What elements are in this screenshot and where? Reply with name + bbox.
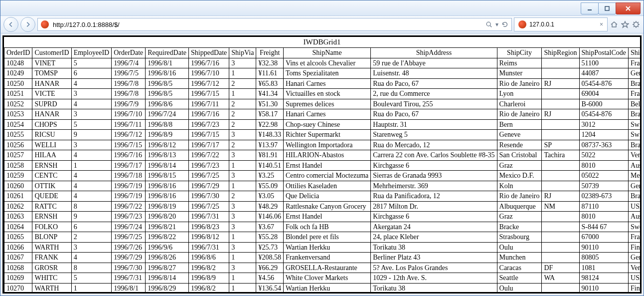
table-row[interactable]: 10269WHITC51996/7/311996/8/141996/8/91¥4… [4,273,641,284]
address-bar[interactable]: ▾ [37,18,512,31]
column-header[interactable]: RequiredDate [146,48,189,58]
table-row[interactable]: 10268GROSR81996/7/301996/8/271996/8/23¥6… [4,263,641,273]
table-cell: 1996/7/24 [112,222,146,232]
column-header[interactable]: ShipVia [229,48,256,58]
table-row[interactable]: 10267FRANK41996/7/291996/8/261996/8/61¥2… [4,253,641,263]
table-cell: 1996/8/8 [146,119,189,130]
table-cell: QUEDE [32,191,71,202]
tab-title: 127.0.0.1 [529,21,554,28]
table-row[interactable]: 10266WARTH31996/7/261996/9/61996/7/313¥2… [4,242,641,253]
tools-icon[interactable] [632,20,641,29]
minimize-button[interactable] [581,2,599,14]
table-row[interactable]: 10260OTTIK41996/7/191996/8/161996/7/291¥… [4,181,641,191]
table-row[interactable]: 10250HANAR41996/7/81996/8/51996/7/122¥65… [4,78,641,89]
table-cell: 1 [229,232,256,243]
table-row[interactable]: 10264FOLKO61996/7/241996/8/211996/8/233¥… [4,222,641,232]
close-button[interactable] [616,2,641,14]
table-cell: 1204 [579,130,628,140]
table-cell: ¥25.73 [256,242,284,253]
column-header[interactable]: ShipPostalCode [579,48,628,58]
table-row[interactable]: 10248VINET51996/7/41996/8/11996/7/163¥32… [4,58,641,68]
maximize-button[interactable] [598,2,616,14]
svg-point-7 [634,22,639,27]
url-input[interactable] [52,20,483,29]
column-header[interactable]: ShipCountry [629,48,640,58]
table-cell: Wartian Herkku [283,283,370,292]
table-row[interactable]: 10252SUPRD41996/7/91996/8/61996/7/112¥51… [4,99,641,109]
refresh-icon[interactable] [501,21,508,28]
table-cell: Que Delicia [283,191,370,202]
tab-close-icon[interactable]: × [600,21,603,28]
table-cell: 1996/8/12 [146,140,189,150]
table-cell: Bracke [497,222,542,232]
table-cell: Berliner Platz 43 [371,253,497,263]
table-cell: WELLI [32,140,71,150]
table-cell: 51100 [579,58,628,68]
table-cell: 4 [71,150,112,161]
table-cell: 1996/8/15 [146,171,189,181]
table-cell: 2 [229,119,256,130]
home-icon[interactable] [610,20,619,29]
column-header[interactable]: Freight [256,48,284,58]
table-cell: ¥81.91 [256,150,284,161]
table-cell [542,242,579,253]
table-row[interactable]: 10265BLONP21996/7/251996/8/221996/8/121¥… [4,232,641,243]
table-cell: USA [629,201,640,212]
column-header[interactable]: OrderDate [112,48,146,58]
favorites-icon[interactable] [621,20,630,29]
table-cell: Seattle [497,273,542,284]
table-cell [542,99,579,109]
table-row[interactable]: 10257HILAA41996/7/161996/8/131996/7/223¥… [4,150,641,161]
table-row[interactable]: 10256WELLI31996/7/151996/8/121996/7/172¥… [4,140,641,150]
column-header[interactable]: CustomerID [32,48,71,58]
grid-scroll[interactable]: OrderIDCustomerIDEmployeeIDOrderDateRequ… [4,47,640,292]
table-row[interactable]: 10249TOMSP61996/7/51996/8/161996/7/101¥1… [4,68,641,79]
table-cell: USA [629,273,640,284]
table-row[interactable]: 10259CENTC41996/7/181996/8/151996/7/253¥… [4,171,641,181]
column-header[interactable]: ShipAddress [371,48,497,58]
table-row[interactable]: 10262RATTC81996/7/221996/8/191996/7/253¥… [4,201,641,212]
table-cell: 1996/7/12 [112,130,146,140]
column-header[interactable]: EmployeeID [71,48,112,58]
table-cell: S-844 67 [579,222,628,232]
table-cell: Reims [497,58,542,68]
search-icon[interactable] [485,21,492,28]
column-header[interactable]: ShipName [283,48,370,58]
table-cell: 1996/7/29 [112,253,146,263]
table-row[interactable]: 10261QUEDE41996/7/191996/8/161996/7/302¥… [4,191,641,202]
table-cell: 1996/7/22 [112,201,146,212]
table-cell: 5? Ave. Los Palos Grandes [371,263,497,273]
table-cell: Rattlesnake Canyon Grocery [283,201,370,212]
table-row[interactable]: 10251VICTE31996/7/81996/8/51996/7/151¥41… [4,89,641,99]
table-row[interactable]: 10270WARTH11996/8/11996/8/291996/8/21¥13… [4,283,641,292]
table-row[interactable]: 10255RICSU91996/7/121996/8/91996/7/153¥1… [4,130,641,140]
back-button[interactable] [3,17,18,32]
table-cell: Switzerland [629,130,640,140]
table-row[interactable]: 10258ERNSH11996/7/171996/8/141996/7/231¥… [4,160,641,171]
table-cell: 1 [71,160,112,171]
table-cell [542,119,579,130]
table-cell: 1996/8/2 [189,283,229,292]
forward-button[interactable] [20,17,35,32]
table-row[interactable]: 10254CHOPS51996/7/111996/8/81996/7/232¥2… [4,119,641,130]
table-cell: ¥11.61 [256,68,284,79]
table-row[interactable]: 10263ERNSH91996/7/231996/8/201996/7/313¥… [4,212,641,222]
table-row[interactable]: 10253HANAR31996/7/101996/7/241996/7/162¥… [4,109,641,120]
table-cell: 1996/7/29 [189,181,229,191]
table-cell: Graz [497,160,542,171]
column-header[interactable]: ShippedDate [189,48,229,58]
table-cell: 5 [71,58,112,68]
table-cell: 1996/8/5 [146,78,189,89]
browser-tab[interactable]: 127.0.0.1 × [514,17,608,31]
table-cell: 1996/7/4 [112,58,146,68]
page-content: IWDBGrid1 OrderIDCustomerIDEmployeeIDOrd… [2,35,642,294]
table-cell: Hanari Carnes [283,109,370,120]
column-header[interactable]: ShipRegion [542,48,579,58]
table-cell: Belgium [629,99,640,109]
column-header[interactable]: ShipCity [497,48,542,58]
column-header[interactable]: OrderID [4,48,32,58]
table-cell: 6 [71,68,112,79]
table-cell: 90110 [579,242,628,253]
table-cell: Luisenstr. 48 [371,68,497,79]
table-cell: 2 [71,232,112,243]
